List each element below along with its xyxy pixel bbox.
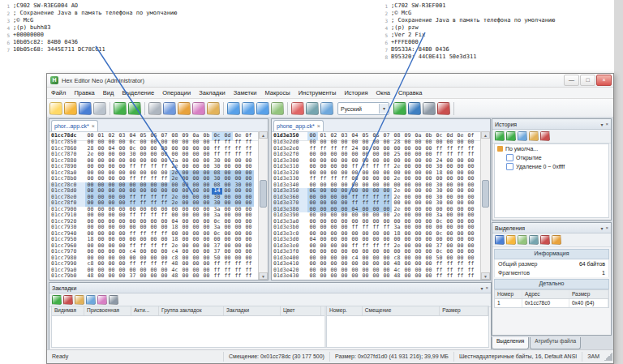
redo-icon[interactable] [128, 102, 141, 115]
hex-byte-cell[interactable]: 00 [96, 273, 106, 280]
bookmarks-col-header[interactable]: Номер. [327, 306, 363, 315]
paste-icon[interactable] [178, 102, 191, 115]
hex-grid[interactable]: 01d3e2d000000000000000002800000000000000… [272, 139, 481, 280]
tools-wrench-icon[interactable] [423, 102, 436, 115]
bookmark-group-icon[interactable] [86, 295, 96, 305]
hex-byte-cell[interactable]: 00 [201, 273, 212, 280]
hex-byte-cell[interactable]: ff [222, 273, 233, 280]
selection-union-icon[interactable] [529, 235, 539, 245]
hex-byte-cell[interactable]: 00 [413, 273, 423, 280]
selections-panel-titlebar[interactable]: Выделения ▾ × [492, 223, 611, 233]
menu-item-инструменты[interactable]: Инструменты [294, 88, 341, 98]
history-item[interactable]: Удаление 0 ~ 0xffff [495, 162, 608, 171]
bookmarks-col-header[interactable]: Группа закладок [159, 306, 224, 315]
menu-item-операции[interactable]: Операции [158, 88, 195, 98]
hex-byte-cell[interactable]: 00 [329, 273, 339, 280]
bookmark-add-icon[interactable] [52, 295, 62, 305]
minimize-button[interactable]: — [564, 75, 579, 86]
scroll-thumb[interactable] [260, 180, 267, 208]
new-file-icon[interactable] [49, 102, 62, 115]
vertical-scrollbar[interactable]: ▲▼ [480, 131, 490, 280]
tab-file-attributes[interactable]: Атрибуты файла [530, 337, 581, 349]
hex-byte-cell[interactable]: 48 [392, 273, 402, 280]
hex-byte-cell[interactable]: 00 [191, 273, 201, 280]
bookmarks-col-header[interactable]: Размер [440, 306, 488, 315]
find-icon[interactable] [227, 102, 240, 115]
menu-item-правка[interactable]: Правка [70, 88, 98, 98]
open-file-icon[interactable] [64, 102, 77, 115]
hex-byte-cell[interactable]: ff [434, 273, 445, 280]
bookmarks-panel-titlebar[interactable]: Закладки ▾ × [49, 283, 491, 293]
hex-byte-cell[interactable]: 00 [339, 273, 350, 280]
history-item[interactable]: Открытие [495, 153, 608, 162]
pin-icon[interactable]: ▾ [600, 122, 603, 127]
bookmarks-col-header[interactable]: Закладки [224, 306, 281, 315]
find-replace-icon[interactable] [242, 102, 255, 115]
selection-invert-icon[interactable] [518, 235, 527, 245]
fill-icon[interactable] [192, 102, 205, 115]
selection-save-icon[interactable] [495, 235, 505, 245]
tab-close-icon[interactable]: × [92, 123, 95, 129]
hex-byte-cell[interactable]: 00 [138, 273, 148, 280]
hex-byte-cell[interactable]: 00 [180, 273, 191, 280]
hex-byte-cell[interactable]: 37 [127, 273, 138, 280]
pin-icon[interactable]: ▾ [480, 285, 483, 291]
cut-icon[interactable] [148, 102, 161, 115]
hex-byte-cell[interactable]: ff [466, 273, 476, 280]
help-icon[interactable] [408, 102, 421, 115]
hex-byte-cell[interactable]: ff [243, 273, 254, 280]
hex-byte-cell[interactable]: ff [455, 273, 466, 280]
history-panel-titlebar[interactable]: История ▾ × [492, 119, 611, 130]
bookmark-edit-icon[interactable] [75, 295, 84, 305]
hex-byte-cell[interactable]: 00 [423, 273, 434, 280]
hex-byte-cell[interactable]: ff [212, 273, 222, 280]
detail-table-row[interactable]: 10x1cc78c00x40 (64) [495, 299, 608, 307]
scroll-up-icon[interactable]: ▲ [259, 131, 268, 139]
print-icon[interactable] [93, 102, 106, 115]
title-bar[interactable]: H Hex Editor Neo (Administrator) — □ × [47, 74, 613, 88]
history-root-item[interactable]: По умолча... [495, 144, 608, 153]
document-tab[interactable]: phone_app.ck*× [273, 120, 324, 131]
menu-item-файл[interactable]: Файл [47, 88, 70, 98]
hex-byte-cell[interactable]: 00 [402, 273, 413, 280]
hex-byte-cell[interactable]: 48 [85, 273, 96, 280]
save-file-icon[interactable] [79, 102, 92, 115]
language-select[interactable]: Русский ▾ [337, 102, 389, 115]
menu-item-справка[interactable]: Справка [394, 88, 426, 98]
bookmarks-col-header[interactable]: Смещение [363, 306, 440, 315]
scroll-down-icon[interactable]: ▼ [481, 272, 490, 280]
menu-item-закладки[interactable]: Закладки [195, 88, 229, 98]
customize-icon[interactable] [437, 102, 450, 115]
menu-item-история[interactable]: История [340, 88, 372, 98]
history-save-icon[interactable] [529, 131, 539, 141]
scroll-down-icon[interactable]: ▼ [259, 272, 268, 280]
selection-clear-icon[interactable] [540, 235, 550, 245]
hex-byte-cell[interactable]: 00 [350, 273, 360, 280]
panel-close-icon[interactable]: × [605, 225, 608, 230]
tab-selections[interactable]: Выделения [492, 337, 529, 349]
undo-icon[interactable] [114, 102, 127, 115]
windows-tile-icon[interactable] [320, 102, 333, 115]
edit-pencil-icon[interactable] [207, 102, 220, 115]
hex-byte-cell[interactable]: 48 [170, 273, 180, 280]
hex-byte-cell[interactable]: ff [233, 273, 243, 280]
tab-close-icon[interactable]: × [317, 123, 320, 129]
select-range-icon[interactable] [271, 102, 284, 115]
hex-byte-cell[interactable]: 00 [106, 273, 117, 280]
hex-byte-cell[interactable]: 00 [148, 273, 159, 280]
hex-byte-cell[interactable]: 00 [159, 273, 170, 280]
bookmarks-col-header[interactable]: Присвоенная [84, 306, 131, 315]
hex-byte-cell[interactable]: ff [445, 273, 455, 280]
hex-byte-cell[interactable]: 08 [307, 273, 318, 280]
bookmarks-col-header[interactable]: Цвет [281, 306, 321, 315]
hex-byte-cell[interactable]: 00 [381, 273, 392, 280]
goto-offset-icon[interactable] [256, 102, 269, 115]
patch-icon[interactable] [291, 102, 304, 115]
panel-close-icon[interactable]: × [605, 122, 608, 126]
resize-grip[interactable] [604, 353, 612, 361]
menu-item-макросы[interactable]: Макросы [260, 88, 294, 98]
menu-item-выделение[interactable]: Выделение [118, 88, 158, 98]
maximize-button[interactable]: □ [580, 75, 595, 86]
menu-item-заметки[interactable]: Заметки [230, 88, 261, 98]
scroll-up-icon[interactable]: ▲ [481, 131, 490, 139]
